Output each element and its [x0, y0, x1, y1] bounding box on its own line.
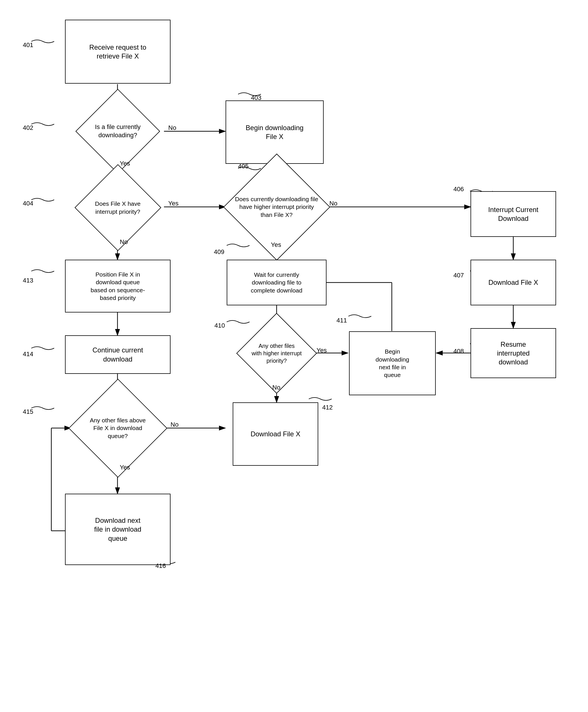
label-402-no: No	[168, 124, 176, 131]
step-416-text: Download next file in download queue	[94, 516, 141, 543]
step-415-label: 415	[23, 408, 34, 415]
step-409-text: Wait for currently downloading file to c…	[251, 271, 302, 294]
step-405-label: 405	[238, 163, 249, 170]
step-406-text: Interrupt Current Download	[488, 205, 539, 223]
step-411-box: Begin downloading next file in queue	[349, 331, 436, 395]
step-407-text: Download File X	[488, 278, 539, 287]
label-405-no: No	[329, 200, 337, 207]
step-416-box: Download next file in download queue	[65, 494, 170, 565]
step-407-box: Download File X	[470, 260, 556, 305]
step-404-diamond-wrapper: Does File X have interrupt priority?	[65, 177, 170, 238]
step-412-label: 412	[322, 404, 333, 411]
step-411-label: 411	[336, 317, 347, 324]
step-405-text: Does currently downloading file have hig…	[234, 194, 319, 220]
step-401-label: 401	[23, 41, 34, 49]
step-403-box: Begin downloading File X	[226, 100, 324, 164]
label-410-no: No	[272, 384, 280, 391]
step-415-diamond-wrapper: Any other files above File X in download…	[65, 392, 170, 464]
step-404-label: 404	[23, 200, 34, 207]
label-415-yes: Yes	[120, 464, 130, 471]
step-403-label: 403	[251, 94, 261, 102]
step-413-label: 413	[23, 277, 34, 284]
step-413-box: Position File X in download queue based …	[65, 260, 170, 312]
step-409-label: 409	[214, 248, 225, 256]
label-402-yes: Yes	[120, 160, 130, 167]
label-410-yes: Yes	[317, 347, 327, 354]
step-415-text: Any other files above File X in download…	[89, 415, 147, 441]
label-404-no: No	[120, 238, 128, 246]
step-408-box: Resume interrupted download	[470, 328, 556, 378]
step-413-text: Position File X in download queue based …	[91, 270, 145, 302]
step-416-label: 416	[155, 562, 166, 570]
step-410-diamond-wrapper: Any other files with higher interrupt pr…	[227, 324, 327, 382]
step-406-label: 406	[454, 185, 464, 193]
step-411-text: Begin downloading next file in queue	[376, 348, 409, 379]
step-414-text: Continue current download	[92, 346, 143, 363]
step-414-box: Continue current download	[65, 335, 170, 374]
step-412-text: Download File X	[251, 429, 300, 438]
step-402-diamond-wrapper: Is a file currently downloading?	[65, 101, 170, 161]
step-402-text: Is a file currently downloading?	[94, 122, 142, 140]
step-410-text: Any other files with higher interrupt pr…	[250, 341, 303, 366]
label-415-no: No	[170, 421, 178, 428]
step-414-label: 414	[23, 350, 34, 358]
step-410-label: 410	[214, 322, 225, 329]
step-405-diamond-wrapper: Does currently downloading file have hig…	[205, 168, 348, 245]
step-408-text: Resume interrupted download	[497, 340, 530, 367]
step-404-text: Does File X have interrupt priority?	[94, 199, 142, 217]
label-404-yes: Yes	[168, 200, 178, 207]
step-403-text: Begin downloading File X	[246, 123, 304, 141]
step-408-label: 408	[454, 348, 464, 355]
step-401-text: Receive request to retrieve File X	[89, 43, 146, 61]
step-402-label: 402	[23, 124, 34, 131]
step-412-box: Download File X	[233, 402, 318, 466]
flowchart: Receive request to retrieve File X 401 I…	[0, 0, 588, 712]
step-401-box: Receive request to retrieve File X	[65, 20, 170, 84]
step-407-label: 407	[454, 272, 464, 279]
step-409-box: Wait for currently downloading file to c…	[227, 260, 327, 305]
label-405-yes: Yes	[271, 241, 281, 248]
step-406-box: Interrupt Current Download	[470, 191, 556, 237]
